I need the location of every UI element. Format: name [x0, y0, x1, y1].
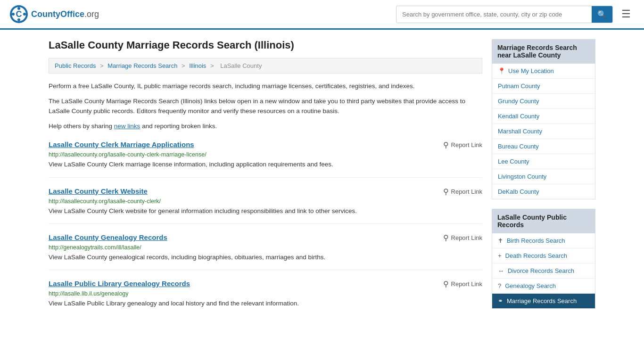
report-icon-1: ⚲: [443, 140, 449, 149]
result-title-1: Lasalle County Clerk Marriage Applicatio…: [49, 140, 194, 148]
report-icon-3: ⚲: [443, 233, 449, 242]
result-link-3[interactable]: Lasalle County Genealogy Records: [49, 233, 167, 241]
report-icon-4: ⚲: [443, 280, 449, 288]
sidebar-divorce-records[interactable]: ↔ Divorce Records Search: [492, 263, 595, 279]
breadcrumb-illinois[interactable]: Illinois: [189, 62, 206, 69]
divorce-icon: ↔: [498, 267, 504, 274]
result-header-1: Lasalle County Clerk Marriage Applicatio…: [49, 140, 482, 149]
sidebar-bureau[interactable]: Bureau County: [492, 139, 595, 154]
report-link-4[interactable]: ⚲ Report Link: [443, 280, 482, 288]
result-item-1: Lasalle County Clerk Marriage Applicatio…: [49, 140, 482, 177]
description-1: Perform a free LaSalle County, IL public…: [49, 81, 482, 91]
logo-text: CountyOffice.org: [31, 9, 99, 19]
sidebar-kendall[interactable]: Kendall County: [492, 109, 595, 124]
description-3: Help others by sharing new links and rep…: [49, 121, 482, 132]
result-item-4: Lasalle Public Library Genealogy Records…: [49, 280, 482, 316]
sidebar-nearby-list: 📍 Use My Location Putnam County Grundy C…: [492, 64, 595, 199]
sidebar-public-records-list: ✝ Birth Records Search + Death Records S…: [492, 233, 595, 309]
sidebar-genealogy[interactable]: ? Genealogy Search: [492, 279, 595, 294]
result-url-2: http://lasallecounty.org/lasalle-county-…: [49, 198, 482, 205]
result-title-2: Lasalle County Clerk Website: [49, 187, 148, 195]
use-location-item[interactable]: 📍 Use My Location: [492, 64, 595, 79]
result-item-2: Lasalle County Clerk Website ⚲ Report Li…: [49, 187, 482, 224]
breadcrumb-sep-2: >: [182, 62, 187, 69]
sidebar-birth-records[interactable]: ✝ Birth Records Search: [492, 233, 595, 248]
result-link-4[interactable]: Lasalle Public Library Genealogy Records: [49, 280, 190, 288]
result-desc-1: View LaSalle County Clerk marriage licen…: [49, 160, 482, 169]
birth-icon: ✝: [498, 237, 503, 244]
result-link-1[interactable]: Lasalle County Clerk Marriage Applicatio…: [49, 140, 194, 148]
genealogy-icon: ?: [498, 282, 501, 289]
death-icon: +: [498, 252, 502, 259]
sidebar-lee[interactable]: Lee County: [492, 154, 595, 169]
sidebar-nearby-section: Marriage Records Search near LaSalle Cou…: [492, 39, 595, 199]
search-button[interactable]: 🔍: [592, 6, 612, 23]
use-location-link[interactable]: Use My Location: [508, 67, 554, 74]
result-title-4: Lasalle Public Library Genealogy Records: [49, 280, 190, 288]
result-title-3: Lasalle County Genealogy Records: [49, 233, 167, 241]
svg-point-4: [23, 13, 26, 16]
breadcrumb-lasalle: LaSalle County: [220, 62, 262, 69]
new-links-link[interactable]: new links: [114, 123, 140, 130]
svg-point-3: [12, 13, 15, 16]
sidebar-putnam[interactable]: Putnam County: [492, 79, 595, 94]
marriage-icon: ⚭: [498, 297, 503, 304]
search-input[interactable]: [396, 7, 592, 22]
page-title: LaSalle County Marriage Records Search (…: [49, 39, 482, 51]
svg-point-6: [17, 18, 20, 21]
sidebar-livingston[interactable]: Livingston County: [492, 169, 595, 184]
description-2: The LaSalle County Marriage Records Sear…: [49, 96, 482, 116]
menu-icon[interactable]: ☰: [618, 6, 635, 22]
result-url-1: http://lasallecounty.org/lasalle-county-…: [49, 151, 482, 158]
svg-point-5: [17, 7, 20, 10]
search-bar: 🔍: [396, 6, 613, 23]
sidebar-public-records-header: LaSalle County Public Records: [492, 209, 595, 233]
result-header-4: Lasalle Public Library Genealogy Records…: [49, 280, 482, 288]
logo-area: C CountyOffice.org: [9, 5, 99, 24]
pin-icon: 📍: [498, 67, 505, 74]
sidebar-nearby-header: Marriage Records Search near LaSalle Cou…: [492, 39, 595, 64]
result-link-2[interactable]: Lasalle County Clerk Website: [49, 187, 148, 195]
report-link-2[interactable]: ⚲ Report Link: [443, 187, 482, 196]
report-link-1[interactable]: ⚲ Report Link: [443, 140, 482, 149]
sidebar-dekalb[interactable]: DeKalb County: [492, 184, 595, 199]
svg-text:C: C: [16, 9, 22, 19]
result-item-3: Lasalle County Genealogy Records ⚲ Repor…: [49, 233, 482, 270]
breadcrumb-sep-1: >: [100, 62, 105, 69]
sidebar-marshall[interactable]: Marshall County: [492, 124, 595, 139]
header: C CountyOffice.org 🔍 ☰: [0, 0, 644, 30]
report-icon-2: ⚲: [443, 187, 449, 196]
header-right: 🔍 ☰: [396, 6, 635, 23]
result-url-4: http://lasalle.lib.il.us/genealogy: [49, 290, 482, 297]
sidebar-marriage-records[interactable]: ⚭ Marriage Records Search: [492, 294, 595, 308]
sidebar-grundy[interactable]: Grundy County: [492, 94, 595, 109]
report-link-3[interactable]: ⚲ Report Link: [443, 233, 482, 242]
result-desc-3: View LaSalle County genealogical records…: [49, 253, 482, 262]
content-area: LaSalle County Marriage Records Search (…: [49, 39, 482, 318]
breadcrumb-marriage-records[interactable]: Marriage Records Search: [107, 62, 177, 69]
sidebar-death-records[interactable]: + Death Records Search: [492, 248, 595, 263]
result-desc-2: View LaSalle County Clerk website for ge…: [49, 206, 482, 216]
result-header-2: Lasalle County Clerk Website ⚲ Report Li…: [49, 187, 482, 196]
main-container: LaSalle County Marriage Records Search (…: [39, 30, 605, 328]
sidebar: Marriage Records Search near LaSalle Cou…: [492, 39, 595, 318]
result-desc-4: View LaSalle Public Library genealogy an…: [49, 299, 482, 308]
breadcrumb-public-records[interactable]: Public Records: [55, 62, 96, 69]
breadcrumb: Public Records > Marriage Records Search…: [49, 58, 482, 74]
logo-icon: C: [9, 5, 28, 24]
sidebar-public-records-section: LaSalle County Public Records ✝ Birth Re…: [492, 209, 595, 309]
result-header-3: Lasalle County Genealogy Records ⚲ Repor…: [49, 233, 482, 242]
breadcrumb-sep-3: >: [210, 62, 215, 69]
result-url-3: http://genealogytrails.com/ill/lasalle/: [49, 244, 482, 251]
